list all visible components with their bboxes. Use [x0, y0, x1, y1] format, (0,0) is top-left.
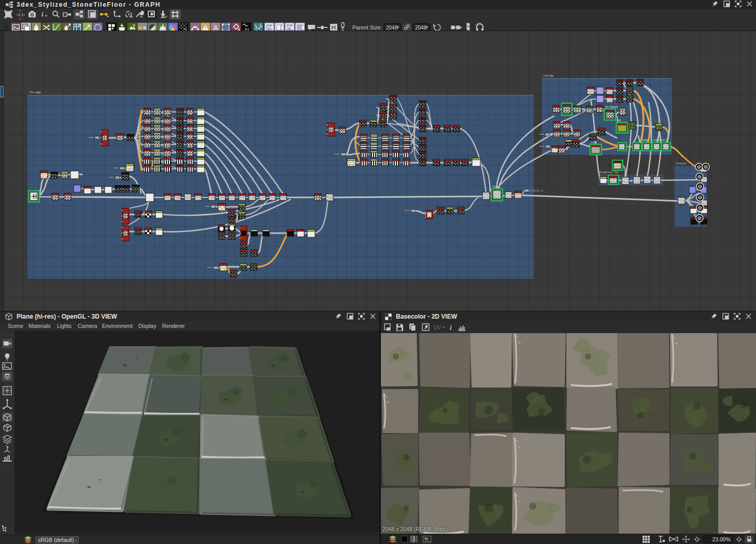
- svg-text:Parent Size:: Parent Size:: [352, 24, 382, 31]
- svg-text:Infill tile: Infill tile: [543, 74, 554, 77]
- svg-text:UV: UV: [434, 325, 441, 331]
- svg-text:i: i: [450, 324, 452, 332]
- svg-text:Roughness: Roughness: [599, 170, 612, 174]
- svg-text:R 2/4 Pe. rs: R 2/4 Pe. rs: [530, 189, 544, 192]
- svg-text:2048: 2048: [386, 25, 398, 31]
- svg-text:Outputs: Outputs: [676, 162, 687, 165]
- svg-text:Cap: Cap: [614, 170, 618, 174]
- svg-text:2048: 2048: [415, 25, 427, 31]
- svg-text:Art Opacity: Art Opacity: [605, 105, 618, 108]
- svg-text:i: i: [41, 10, 44, 18]
- svg-text:Tile map: Tile map: [29, 91, 41, 94]
- svg-text:‹1:1›: ‹1:1›: [17, 12, 25, 17]
